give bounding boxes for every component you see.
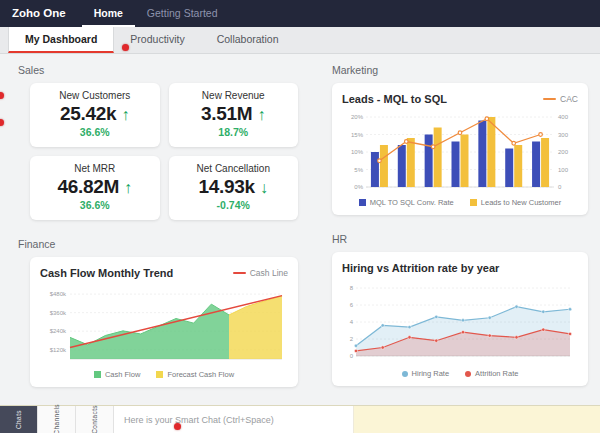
svg-text:0: 0 [558,184,562,190]
hr-chart[interactable]: 02468 [342,278,578,366]
hr-legend: Hiring Rate Attrition Rate [342,369,578,378]
svg-text:300: 300 [558,132,569,138]
kpi-card-new-customers[interactable]: New Customers 25.42k ↑ 36.6% [30,83,160,147]
trend-up-icon: ↑ [257,106,265,124]
legend-forecast-cash-flow[interactable]: Forecast Cash Flow [156,370,234,379]
svg-text:5%: 5% [354,167,363,173]
top-nav: Home Getting Started [82,0,230,27]
svg-text:10%: 10% [351,149,364,155]
kpi-title: Net Cancellation [175,163,293,174]
svg-text:20%: 20% [351,114,364,120]
kpi-title: New Revenue [175,90,293,101]
finance-legend: Cash Flow Forecast Cash Flow [40,370,288,379]
kpi-delta: -0.74% [175,199,293,211]
kpi-value: 46.82M [57,176,119,198]
dashboard-content: Sales New Customers 25.42k ↑ 36.6% New R… [0,54,600,405]
smart-chat-input[interactable] [114,406,353,433]
smart-chat-input-wrap [114,406,354,433]
trend-down-icon: ↓ [260,179,268,197]
right-column: Marketing Leads - MQL to SQL CAC 0%5%10%… [332,62,588,405]
kpi-card-net-cancellation[interactable]: Net Cancellation 14.93k ↓ -0.74% [169,156,299,220]
annotation-dot [174,423,181,430]
chat-tab-chats[interactable]: Chats [0,406,38,433]
svg-text:$480k: $480k [50,291,67,297]
kpi-card-net-mrr[interactable]: Net MRR 46.82M ↑ 36.6% [30,156,160,220]
left-column: Sales New Customers 25.42k ↑ 36.6% New R… [18,62,298,405]
top-navbar: Zoho One Home Getting Started [0,0,600,27]
kpi-delta: 18.7% [175,126,293,138]
finance-card[interactable]: Cash Flow Monthly Trend Cash Line $120k$… [30,257,298,387]
tab-my-dashboard[interactable]: My Dashboard [8,27,114,53]
brand-logo: Zoho One [0,0,82,27]
kpi-title: Net MRR [36,163,154,174]
kpi-delta: 36.6% [36,126,154,138]
svg-text:15%: 15% [351,132,364,138]
svg-text:100: 100 [558,167,569,173]
svg-text:6: 6 [350,302,354,308]
svg-text:4: 4 [350,319,354,325]
chat-tab-channels[interactable]: Channels [38,406,76,433]
kpi-value: 14.93k [199,176,255,198]
chat-tab-contacts[interactable]: Contacts [76,406,114,433]
finance-card-title: Cash Flow Monthly Trend [40,267,173,279]
kpi-value: 3.51M [201,103,252,125]
nav-getting-started[interactable]: Getting Started [135,0,230,27]
app-window: Zoho One Home Getting Started My Dashboa… [0,0,600,433]
legend-mql-sql[interactable]: MQL TO SQL Conv. Rate [359,198,454,207]
legend-leads-new-customer[interactable]: Leads to New Customer [470,198,561,207]
marketing-card-title: Leads - MQL to SQL [342,93,447,105]
marketing-chart[interactable]: 0%5%10%15%20%0100200300400 [342,109,578,195]
kpi-title: New Customers [36,90,154,101]
cac-legend: CAC [543,94,578,104]
nav-home[interactable]: Home [82,0,135,27]
legend-attrition-rate[interactable]: Attrition Rate [465,369,518,378]
cac-line-swatch [543,98,556,100]
finance-chart[interactable]: $120k$240k$360k$480k [40,283,288,367]
hr-card[interactable]: Hiring vs Attrition rate by year 02468 H… [332,252,588,386]
trend-up-icon: ↑ [121,106,129,124]
dashboard-tabbar: My Dashboard Productivity Collaboration [0,27,600,54]
kpi-value: 25.42k [60,103,116,125]
svg-text:0%: 0% [354,184,363,190]
annotation-dot [122,44,129,51]
sales-section-label: Sales [18,64,298,76]
svg-text:0: 0 [350,353,354,359]
cash-line-legend: Cash Line [233,268,288,278]
marketing-section-label: Marketing [332,64,588,76]
kpi-delta: 36.6% [36,199,154,211]
hr-section-label: HR [332,233,588,245]
sales-kpi-grid: New Customers 25.42k ↑ 36.6% New Revenue… [30,83,298,220]
cash-line-swatch [233,272,246,274]
trend-up-icon: ↑ [124,179,132,197]
marketing-legend: MQL TO SQL Conv. Rate Leads to New Custo… [342,198,578,207]
chat-bar-filler [354,406,600,433]
svg-text:$240k: $240k [50,328,67,334]
svg-text:$360k: $360k [50,310,67,316]
svg-text:2: 2 [350,336,354,342]
svg-text:$120k: $120k [50,347,67,353]
svg-text:8: 8 [350,285,354,291]
legend-hiring-rate[interactable]: Hiring Rate [402,369,450,378]
marketing-card[interactable]: Leads - MQL to SQL CAC 0%5%10%15%20%0100… [332,83,588,215]
legend-cash-flow[interactable]: Cash Flow [94,370,140,379]
svg-text:400: 400 [558,114,569,120]
smart-chat-bar: Chats Channels Contacts [0,405,600,433]
finance-section-label: Finance [18,238,298,250]
tab-collaboration[interactable]: Collaboration [201,27,295,53]
hr-card-title: Hiring vs Attrition rate by year [342,262,499,274]
svg-text:200: 200 [558,149,569,155]
kpi-card-new-revenue[interactable]: New Revenue 3.51M ↑ 18.7% [169,83,299,147]
